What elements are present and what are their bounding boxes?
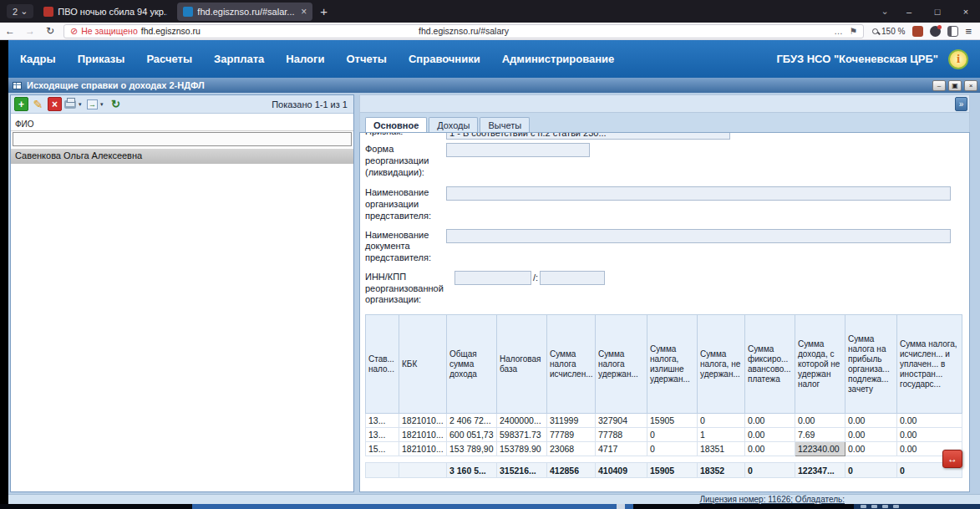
profile-avatar-icon[interactable]	[930, 26, 941, 37]
browser-minimize-button[interactable]: –	[895, 0, 923, 23]
browser-close-button[interactable]: ×	[952, 0, 980, 23]
address-bar[interactable]: ⊘ Не защищено fhd.egisznso.ru fhd.egiszn…	[63, 24, 864, 38]
column-header[interactable]: Сумма налога на прибыль организа... подл…	[845, 315, 897, 414]
column-header[interactable]: Сумма налога исчислен...	[547, 315, 596, 414]
menu-item-spravochniki[interactable]: Справочники	[409, 53, 480, 65]
cell[interactable]: 0.00	[845, 442, 897, 456]
cell[interactable]: 77789	[547, 428, 596, 442]
browser-tab-news[interactable]: ПВО ночью сбила 94 укр...	[38, 3, 173, 21]
delete-button[interactable]: ×	[48, 97, 62, 111]
close-tab-icon[interactable]: ×	[301, 6, 307, 18]
export-icon[interactable]: →	[87, 99, 98, 109]
window-restore-button[interactable]: ▣	[948, 80, 962, 91]
cell[interactable]: 0.00	[845, 414, 897, 428]
menu-item-zarplata[interactable]: Зарплата	[214, 53, 264, 65]
cell[interactable]: 15905	[647, 414, 698, 428]
add-button[interactable]: +	[14, 97, 28, 111]
cell[interactable]: 600 051,73	[447, 428, 497, 442]
column-header[interactable]: Сумма налога, не удержан...	[698, 315, 745, 414]
org-name-input[interactable]	[446, 186, 951, 201]
menu-item-administrirovanie[interactable]: Администрирование	[502, 53, 615, 65]
cell[interactable]: 0	[698, 414, 745, 428]
back-icon[interactable]: ←	[0, 25, 20, 37]
cell[interactable]: 15...	[366, 442, 399, 456]
tab-osnovnoe[interactable]: Основное	[365, 117, 427, 132]
cell[interactable]: 1	[698, 428, 745, 442]
doc-name-input[interactable]	[446, 229, 951, 243]
menu-item-kadry[interactable]: Кадры	[20, 53, 56, 65]
cell[interactable]: 77788	[596, 428, 647, 442]
fio-column-header[interactable]: ФИО	[11, 118, 353, 131]
window-close-button[interactable]: ×	[964, 80, 977, 91]
cell[interactable]: 23068	[547, 442, 596, 456]
cell[interactable]: 0	[647, 442, 698, 456]
cell[interactable]: 2400000...	[497, 414, 547, 428]
column-header[interactable]: Сумма фиксиро... авансово... платежа	[745, 315, 795, 414]
cell[interactable]: 0.00	[745, 428, 795, 442]
cell[interactable]: 0.00	[845, 428, 897, 442]
cell[interactable]: 0	[647, 428, 698, 442]
cell[interactable]: 13...	[366, 414, 399, 428]
cell[interactable]: 153789.90	[497, 442, 547, 456]
kpp-input[interactable]	[540, 271, 605, 285]
cell[interactable]: 1821010...	[399, 428, 447, 442]
column-header[interactable]: Сумма налога, излишне удержан...	[647, 315, 698, 414]
cell[interactable]: 0.00	[745, 414, 795, 428]
cell[interactable]: 13...	[366, 428, 399, 442]
cell[interactable]: 1821010...	[399, 414, 447, 428]
export-dropdown-icon[interactable]: ▾	[100, 101, 106, 108]
menu-item-nalogi[interactable]: Налоги	[286, 53, 324, 65]
cell[interactable]: 2 406 72...	[447, 414, 497, 428]
more-actions-icon[interactable]: …	[834, 26, 843, 36]
cell[interactable]: 18351	[698, 442, 745, 456]
cell[interactable]: 0.00	[745, 442, 795, 456]
info-icon[interactable]: i	[948, 49, 968, 69]
list-all-tabs-icon[interactable]: ⌄	[875, 6, 895, 17]
list-item-selected[interactable]: Савенкова Ольга Алексеевна	[11, 149, 353, 164]
cell[interactable]: 153 789,90	[447, 442, 497, 456]
cell[interactable]: 598371.73	[497, 428, 547, 442]
print-dropdown-icon[interactable]: ▾	[79, 101, 84, 108]
menu-item-otchety[interactable]: Отчеты	[346, 53, 387, 65]
red-arrows-widget[interactable]: ↔	[942, 450, 962, 468]
site-identity[interactable]: ⊘ Не защищено fhd.egisznso.ru	[64, 26, 206, 37]
column-header[interactable]: Сумма налога, исчислен... и уплачен... в…	[897, 315, 962, 414]
collapse-panel-button[interactable]: »	[955, 97, 967, 111]
reorg-form-input[interactable]	[446, 143, 590, 157]
cell[interactable]: 7.69	[795, 428, 845, 442]
forward-icon[interactable]: →	[20, 25, 40, 37]
tab-dokhody[interactable]: Доходы	[429, 117, 478, 132]
menu-hamburger-icon[interactable]: ≡	[965, 25, 972, 38]
new-tab-button[interactable]: +	[320, 4, 328, 18]
browser-maximize-button[interactable]: □	[923, 0, 952, 23]
inn-input[interactable]	[454, 271, 531, 285]
priznak-field[interactable]	[446, 132, 730, 140]
cell[interactable]: 0.00	[897, 428, 962, 442]
reload-icon[interactable]: ↻	[40, 25, 60, 37]
column-header[interactable]: Сумма дохода, с которой не удержан налог	[795, 315, 845, 414]
tab-vychety[interactable]: Вычеты	[480, 117, 530, 132]
cell[interactable]: 1821010...	[399, 442, 447, 456]
bookmark-flag-icon[interactable]: ⚑	[850, 26, 857, 36]
zoom-control[interactable]: 150 %	[872, 27, 905, 36]
edit-button[interactable]: ✎	[31, 97, 45, 111]
cell[interactable]: 311999	[547, 414, 596, 428]
refresh-button[interactable]: ↻	[109, 97, 123, 111]
cell[interactable]: 4717	[596, 442, 647, 456]
print-icon[interactable]	[64, 100, 76, 109]
column-header[interactable]: Общая сумма дохода	[447, 315, 497, 414]
column-header[interactable]: Налоговая база	[497, 315, 547, 414]
tab-overview-button[interactable]: 2 ⌄	[7, 4, 33, 18]
menu-item-prikazy[interactable]: Приказы	[78, 53, 125, 65]
fio-filter-input[interactable]	[13, 132, 352, 146]
extension-icon[interactable]	[912, 26, 923, 37]
cell[interactable]: 0.00	[897, 414, 962, 428]
column-header[interactable]: Сумма налога удержан...	[596, 315, 647, 414]
cell-selected[interactable]: 122340.00	[795, 442, 845, 456]
browser-tab-fhd[interactable]: fhd.egisznso.ru/#salar... ×	[177, 3, 312, 21]
menu-item-raschety[interactable]: Расчеты	[146, 53, 192, 65]
cell[interactable]: 0.00	[795, 414, 845, 428]
column-header[interactable]: Став... нало...	[366, 315, 399, 414]
cell[interactable]: 327904	[596, 414, 647, 428]
window-minimize-button[interactable]: –	[932, 80, 946, 91]
